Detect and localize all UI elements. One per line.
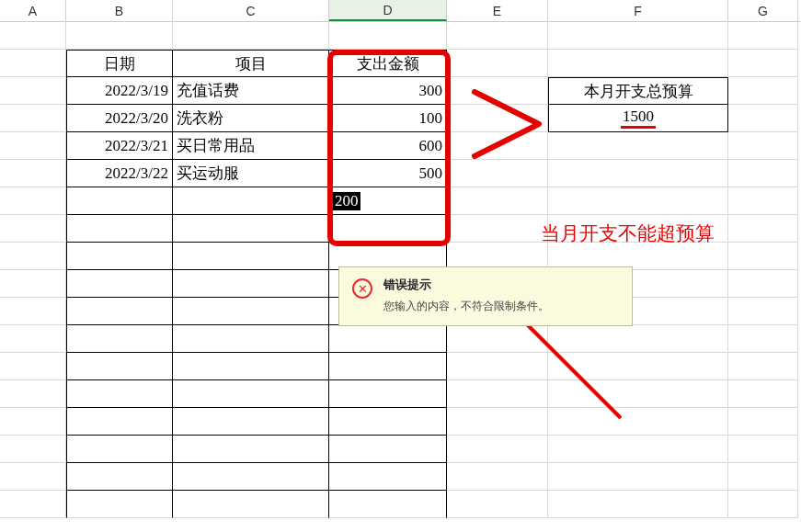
cell[interactable] [66,215,173,243]
cell[interactable] [66,270,173,298]
cell[interactable] [0,215,66,243]
cell[interactable] [447,160,548,187]
cell[interactable] [329,22,447,50]
cell[interactable] [0,436,66,463]
cell[interactable] [728,50,798,77]
cell[interactable] [66,380,173,408]
cell[interactable] [0,298,66,325]
cell[interactable] [447,132,548,160]
cell[interactable] [728,77,798,105]
cell[interactable] [447,50,548,77]
cell[interactable] [728,22,798,50]
cell[interactable] [66,353,173,380]
col-header-d[interactable]: D [329,0,447,21]
col-header-b[interactable]: B [66,0,173,21]
cell[interactable] [548,50,728,77]
cell[interactable] [728,187,798,215]
cell[interactable] [173,22,329,50]
cell-date[interactable]: 2022/3/19 [66,77,173,105]
col-header-e[interactable]: E [447,0,548,21]
cell[interactable] [0,243,66,270]
cell[interactable] [329,353,447,380]
cell-item[interactable]: 洗衣粉 [173,105,329,132]
cell-date[interactable]: 2022/3/20 [66,105,173,132]
cell[interactable] [548,436,728,463]
cell[interactable] [0,491,66,518]
cell[interactable] [548,463,728,491]
cell-item[interactable]: 买日常用品 [173,132,329,160]
cell[interactable] [0,463,66,491]
col-header-f[interactable]: F [548,0,728,21]
cell[interactable] [447,380,548,408]
cell[interactable] [728,105,798,132]
cell[interactable] [548,408,728,436]
cell-amount[interactable]: 500 [329,160,447,187]
cell[interactable] [548,187,728,215]
cell[interactable] [173,353,329,380]
cell[interactable] [728,132,798,160]
cell[interactable] [0,325,66,353]
cell[interactable] [447,325,548,353]
cell[interactable] [66,187,173,215]
cell[interactable] [66,408,173,436]
cell[interactable] [548,22,728,50]
cell[interactable] [728,298,798,325]
cell[interactable] [173,270,329,298]
cell[interactable] [329,380,447,408]
cell[interactable] [329,463,447,491]
budget-label[interactable]: 本月开支总预算 [548,77,728,105]
cell[interactable] [447,353,548,380]
col-header-a[interactable]: A [0,0,66,21]
cell[interactable] [173,215,329,243]
cell[interactable] [329,491,447,518]
cell[interactable] [728,380,798,408]
cell[interactable] [0,353,66,380]
cell[interactable] [0,50,66,77]
cell[interactable] [173,325,329,353]
cell[interactable] [0,132,66,160]
cell[interactable] [329,436,447,463]
cell[interactable] [548,325,728,353]
header-date[interactable]: 日期 [66,50,173,77]
cell[interactable] [173,243,329,270]
cell[interactable] [548,215,728,243]
cell[interactable] [447,77,548,105]
cell[interactable] [173,491,329,518]
cell[interactable] [66,243,173,270]
cell[interactable] [0,77,66,105]
cell[interactable] [728,160,798,187]
cell[interactable] [548,491,728,518]
col-header-c[interactable]: C [173,0,329,21]
cell[interactable] [66,491,173,518]
cell[interactable] [66,298,173,325]
cell[interactable] [548,353,728,380]
cell-date[interactable]: 2022/3/21 [66,132,173,160]
cell[interactable] [0,408,66,436]
cell[interactable] [0,160,66,187]
cell[interactable] [329,325,447,353]
cell[interactable] [728,491,798,518]
cell-amount[interactable]: 600 [329,132,447,160]
cell[interactable] [447,215,548,243]
editing-cell[interactable]: 200 [329,187,447,215]
header-amount[interactable]: 支出金额 [329,50,447,77]
cell[interactable] [66,463,173,491]
cell[interactable] [447,105,548,132]
cell[interactable] [173,380,329,408]
cell-item[interactable]: 充值话费 [173,77,329,105]
cell[interactable] [447,491,548,518]
cell[interactable] [447,436,548,463]
cell-date[interactable]: 2022/3/22 [66,160,173,187]
cell[interactable] [447,22,548,50]
cell[interactable] [0,22,66,50]
cell[interactable] [329,215,447,243]
cell-item[interactable]: 买运动服 [173,160,329,187]
cell[interactable] [447,187,548,215]
header-item[interactable]: 项目 [173,50,329,77]
cell[interactable] [66,22,173,50]
cell[interactable] [447,463,548,491]
cell[interactable] [728,408,798,436]
cell[interactable] [728,243,798,270]
cell[interactable] [0,187,66,215]
cell[interactable] [173,408,329,436]
